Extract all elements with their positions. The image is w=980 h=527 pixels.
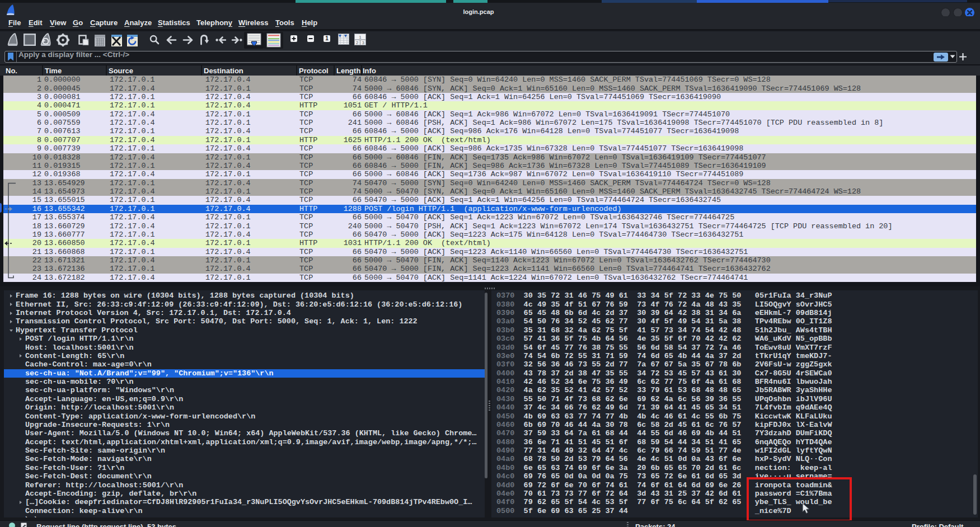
svg-text:3: 3 xyxy=(362,40,364,45)
svg-text:2: 2 xyxy=(356,40,358,45)
svg-text:1: 1 xyxy=(359,35,361,40)
